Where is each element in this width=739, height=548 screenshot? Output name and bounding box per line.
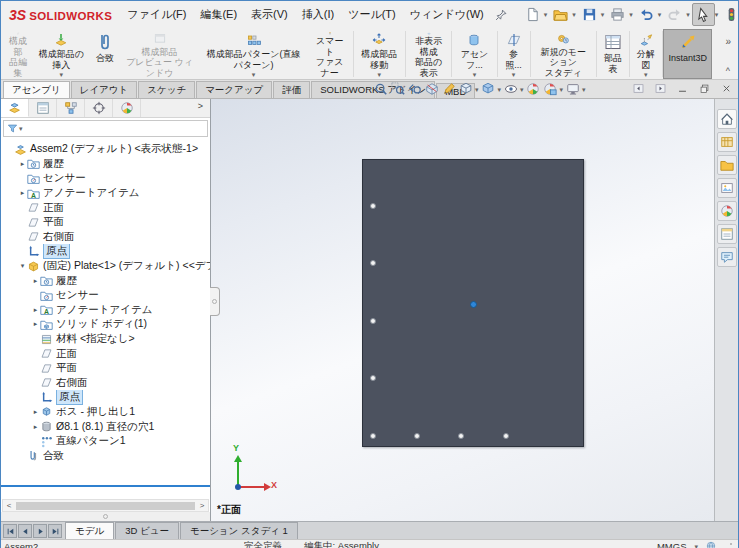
undo-button[interactable] — [635, 3, 658, 26]
panel-resize-grip[interactable] — [1, 512, 210, 521]
sheet-last-button[interactable] — [48, 524, 62, 538]
doc-close-button[interactable] — [720, 82, 733, 95]
tree-expand-icon[interactable]: ▸ — [31, 277, 40, 285]
view-orientation-button[interactable] — [457, 81, 474, 97]
motion-study-button[interactable]: 新規のモーション スタディ — [531, 29, 595, 79]
dropdown-caret-icon[interactable]: ▾ — [560, 86, 564, 93]
previous-view-button[interactable] — [406, 81, 423, 97]
annotation-view-button[interactable] — [440, 81, 457, 97]
status-globe-icon[interactable] — [706, 541, 716, 548]
hole-point[interactable] — [370, 318, 376, 324]
mate-button[interactable]: 合致 — [90, 29, 120, 79]
tree-item[interactable]: 右側面 — [1, 230, 210, 245]
file-explorer-button[interactable] — [717, 155, 737, 175]
bom-button[interactable]: 部品表 — [598, 29, 628, 79]
edit-component-button[interactable]: 構成部 品編集 — [3, 29, 33, 79]
tree-expand-icon[interactable]: ▸ — [31, 423, 40, 431]
panel-splitter-line[interactable] — [1, 485, 210, 487]
panel-tab-propertymanager[interactable] — [29, 99, 57, 117]
preview-window-button[interactable]: 構成部品 プレビュー ウィンドウ — [120, 29, 200, 79]
units-caret-icon[interactable]: ▾ — [694, 543, 698, 548]
tree-item[interactable]: センサー — [1, 171, 210, 186]
hole-point[interactable] — [370, 375, 376, 381]
panel-horizontal-scrollbar[interactable]: < > — [2, 499, 209, 512]
tree-item[interactable]: ▸履歴 — [1, 273, 210, 288]
dropdown-caret-icon[interactable]: ▾ — [475, 86, 479, 93]
tree-item-label[interactable]: アノテートアイテム — [43, 186, 139, 200]
tree-item-label[interactable]: (固定) Plate<1> (デフォルト) <<デフォルト>_表示状態 — [43, 259, 210, 273]
command-tab-1[interactable]: レイアウト — [71, 81, 138, 98]
tree-item[interactable]: 正面 — [1, 200, 210, 215]
exploded-view-button[interactable]: 分解図▾ — [631, 29, 661, 79]
new-document-button[interactable] — [521, 3, 544, 26]
command-tab-3[interactable]: マークアップ — [196, 81, 272, 98]
tree-item-label[interactable]: 原点 — [43, 244, 70, 259]
view-palette-button[interactable] — [717, 178, 737, 198]
sheet-next-button[interactable] — [33, 524, 47, 538]
smart-fastener-button[interactable]: スマート ファスナー — [308, 29, 352, 79]
save-button[interactable] — [578, 3, 601, 26]
zoom-area-button[interactable] — [389, 81, 406, 97]
tree-item[interactable]: 平面 — [1, 361, 210, 376]
doc-next-button[interactable] — [654, 82, 667, 95]
hole-point[interactable] — [370, 203, 376, 209]
tree-item-label[interactable]: 材料 <指定なし> — [56, 332, 135, 346]
tree-item[interactable]: 合致 — [1, 448, 210, 463]
rebuild-button[interactable] — [720, 3, 739, 26]
zoom-fit-button[interactable] — [372, 81, 389, 97]
apply-scene-button[interactable] — [542, 81, 559, 97]
tree-item-label[interactable]: ソリッド ボディ(1) — [56, 317, 147, 331]
tree-item-label[interactable]: 履歴 — [56, 274, 77, 288]
menu-edit[interactable]: 編集(E) — [193, 3, 244, 26]
hole-point[interactable] — [370, 260, 376, 266]
panel-tab-displaymanager[interactable] — [113, 99, 141, 117]
tree-item[interactable]: Assem2 (デフォルト) <表示状態-1> — [1, 142, 210, 157]
tree-item-label[interactable]: センサー — [56, 288, 99, 302]
custom-properties-button[interactable] — [717, 224, 737, 244]
tree-item-label[interactable]: センサー — [43, 171, 86, 185]
sheet-tab-0[interactable]: モデル — [65, 522, 114, 539]
tree-item-label[interactable]: 直線パターン1 — [56, 434, 126, 448]
tree-item-label[interactable]: 右側面 — [56, 376, 88, 390]
tree-item-label[interactable]: 合致 — [43, 449, 64, 463]
filter-box[interactable]: ▾ — [3, 120, 208, 137]
open-document-button[interactable] — [549, 3, 572, 26]
units-selector[interactable]: MMGS — [657, 541, 687, 548]
hole-point[interactable] — [458, 433, 464, 439]
menu-window[interactable]: ウィンドウ(W) — [403, 3, 491, 26]
tree-item[interactable]: ▸ソリッド ボディ(1) — [1, 317, 210, 332]
insert-component-button[interactable]: 構成部品の挿入▾ — [33, 29, 90, 79]
tree-item-label[interactable]: 平面 — [56, 361, 77, 375]
dropdown-caret-icon[interactable]: ▾ — [629, 11, 633, 18]
dropdown-caret-icon[interactable]: ▾ — [582, 86, 586, 93]
dropdown-caret-icon[interactable]: ▾ — [658, 11, 662, 18]
tree-item[interactable]: 原点 — [1, 244, 210, 259]
dropdown-caret-icon[interactable]: ▾ — [498, 86, 502, 93]
tree-item-label[interactable]: 原点 — [56, 390, 83, 405]
resources-home-button[interactable] — [717, 109, 737, 129]
dropdown-caret-icon[interactable]: ▾ — [520, 86, 524, 93]
command-tab-4[interactable]: 評価 — [273, 81, 310, 98]
tree-item-label[interactable]: 履歴 — [43, 157, 64, 171]
scroll-right-icon[interactable]: > — [196, 501, 208, 510]
design-library-button[interactable] — [717, 132, 737, 152]
sheet-first-button[interactable] — [3, 524, 17, 538]
tree-item[interactable]: センサー — [1, 288, 210, 303]
assembly-features-button[interactable]: アセンフ...▾ — [453, 29, 496, 79]
panel-tab-configurationmanager[interactable] — [57, 99, 85, 117]
section-view-button[interactable] — [423, 81, 440, 97]
dropdown-caret-icon[interactable]: ▾ — [512, 71, 516, 78]
dropdown-caret-icon[interactable]: ▾ — [60, 71, 64, 78]
ribbon-overflow-button[interactable]: » — [725, 36, 731, 47]
reference-geometry-button[interactable]: 参照...▾ — [499, 29, 529, 79]
tree-item-label[interactable]: ボス - 押し出し1 — [56, 405, 135, 419]
select-cursor-button[interactable] — [692, 3, 715, 26]
tree-expand-icon[interactable]: ▸ — [31, 306, 40, 314]
tree-item[interactable]: 直線パターン1 — [1, 434, 210, 449]
dropdown-caret-icon[interactable]: ▾ — [473, 71, 477, 78]
sheet-tab-2[interactable]: モーション スタディ 1 — [180, 522, 298, 539]
menu-insert[interactable]: 挿入(I) — [295, 3, 341, 26]
tree-item[interactable]: ▸履歴 — [1, 157, 210, 172]
tree-item[interactable]: ▸Aアノテートアイテム — [1, 303, 210, 318]
tree-item[interactable]: ▾(固定) Plate<1> (デフォルト) <<デフォルト>_表示状態 — [1, 259, 210, 274]
